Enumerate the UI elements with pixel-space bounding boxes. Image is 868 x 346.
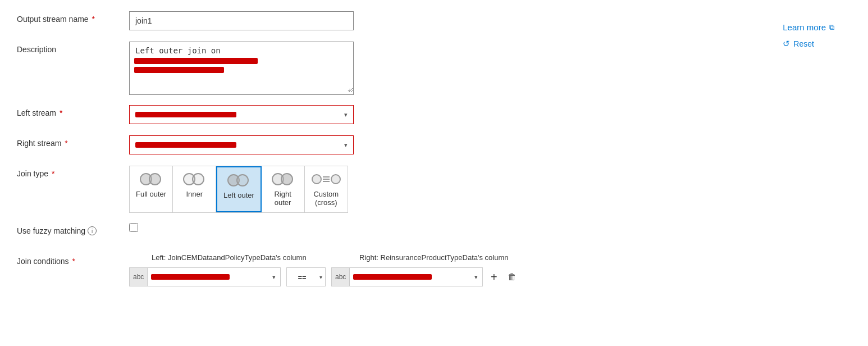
output-stream-name-label: Output stream name * [17, 11, 129, 24]
description-control: Left outer join on ⌟ [129, 42, 354, 95]
right-abc-tag: abc [332, 268, 350, 286]
left-condition-redacted [151, 274, 230, 280]
right-stream-row: Right stream * ▾ [17, 135, 851, 156]
required-asterisk: * [92, 15, 95, 24]
right-stream-control: ▾ [129, 135, 354, 154]
join-conditions-row: Join conditions * Left: JoinCEMDataandPo… [17, 253, 851, 286]
fuzzy-matching-checkbox[interactable] [129, 223, 138, 232]
join-conditions-label: Join conditions * [17, 253, 129, 266]
left-outer-label: Left outer [223, 191, 254, 199]
output-stream-name-control [129, 11, 354, 30]
required-asterisk: * [65, 139, 67, 148]
right-condition-redacted [353, 274, 432, 280]
cross-icon [312, 172, 341, 186]
left-abc-tag: abc [130, 268, 148, 286]
left-stream-chevron-icon: ▾ [344, 111, 348, 119]
reset-icon: ↺ [783, 39, 790, 49]
output-stream-name-input[interactable] [129, 11, 354, 30]
join-type-custom-cross[interactable]: Custom (cross) [305, 166, 348, 212]
add-condition-button[interactable]: + [488, 271, 500, 284]
condition-row-1: abc ▾ == != >= <= > < ▾ [129, 267, 747, 286]
right-stream-label: Right stream * [17, 135, 129, 148]
right-stream-select[interactable]: ▾ [129, 135, 354, 154]
required-asterisk: * [60, 108, 62, 117]
operator-select[interactable]: == != >= <= > < [286, 267, 326, 286]
right-stream-chevron-icon: ▾ [344, 142, 348, 149]
right-condition-value [350, 274, 470, 280]
join-conditions-headers: Left: JoinCEMDataandPolicyTypeData's col… [129, 253, 747, 262]
reset-button[interactable]: ↺ Reset [783, 39, 834, 49]
left-condition-select[interactable]: abc ▾ [129, 267, 281, 286]
left-outer-venn-icon [227, 173, 250, 188]
delete-condition-button[interactable]: 🗑 [505, 272, 519, 282]
learn-more-label: Learn more [783, 22, 826, 32]
fuzzy-checkbox-row [129, 223, 354, 232]
join-type-container: Full outer Inner Left outer [129, 166, 348, 213]
right-column-header: Right: ReinsuranceProductTypeData's colu… [359, 253, 509, 262]
right-stream-redacted-value [135, 142, 236, 148]
join-type-full-outer[interactable]: Full outer [130, 166, 173, 212]
description-textarea[interactable]: Left outer join on [130, 42, 353, 93]
top-right-actions: Learn more ⧉ ↺ Reset [783, 22, 834, 49]
join-type-row: Join type * Full outer Inner [17, 166, 851, 213]
right-condition-select[interactable]: abc ▾ [331, 267, 483, 286]
left-stream-label: Left stream * [17, 105, 129, 117]
right-outer-venn-icon [272, 172, 294, 186]
textarea-resize-handle: ⌟ [348, 84, 351, 92]
output-stream-name-row: Output stream name * [17, 11, 851, 31]
fuzzy-matching-label: Use fuzzy matching i [17, 223, 129, 235]
required-asterisk: * [52, 169, 54, 178]
join-type-inner[interactable]: Inner [173, 166, 216, 212]
right-outer-label: Right outer [266, 190, 300, 207]
left-column-header: Left: JoinCEMDataandPolicyTypeData's col… [152, 253, 309, 262]
full-outer-venn-icon [140, 172, 162, 186]
left-stream-control: ▾ [129, 105, 354, 124]
external-link-icon: ⧉ [829, 23, 834, 32]
join-type-right-outer[interactable]: Right outer [262, 166, 305, 212]
left-stream-select[interactable]: ▾ [129, 105, 354, 124]
left-condition-chevron-icon: ▾ [268, 274, 280, 281]
fuzzy-matching-row: Use fuzzy matching i [17, 223, 851, 243]
description-label: Description [17, 42, 129, 54]
fuzzy-matching-info-icon[interactable]: i [88, 226, 97, 235]
join-type-left-outer[interactable]: Left outer [216, 166, 261, 212]
custom-cross-label: Custom (cross) [309, 190, 343, 207]
left-condition-value [148, 274, 268, 280]
join-type-label: Join type * [17, 166, 129, 178]
inner-venn-icon [183, 172, 205, 186]
inner-label: Inner [186, 190, 203, 198]
operator-wrapper: == != >= <= > < ▾ [286, 267, 326, 286]
full-outer-label: Full outer [136, 190, 166, 198]
required-asterisk: * [72, 257, 75, 266]
learn-more-link[interactable]: Learn more ⧉ [783, 22, 834, 32]
left-stream-redacted-value [135, 112, 236, 117]
fuzzy-matching-control [129, 223, 354, 232]
description-row: Description Left outer join on ⌟ [17, 42, 851, 95]
left-stream-row: Left stream * ▾ [17, 105, 851, 125]
right-condition-chevron-icon: ▾ [470, 274, 482, 281]
join-conditions-area: Left: JoinCEMDataandPolicyTypeData's col… [129, 253, 747, 286]
reset-label: Reset [793, 39, 814, 48]
